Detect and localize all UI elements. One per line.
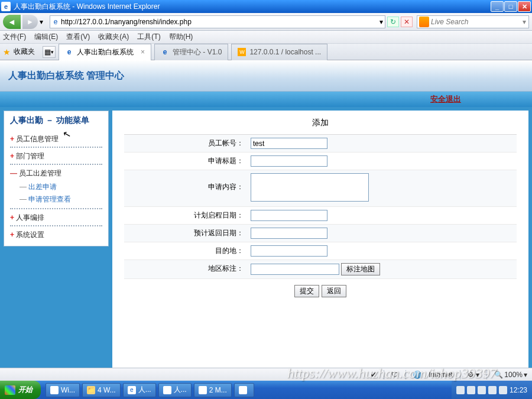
label-subject: 申请标题：: [124, 153, 248, 170]
main-panel: 添加 员工帐号： 申请标题： 申请内容： 计划启程日期： 预计返回日期：: [112, 111, 528, 376]
sidebar-item-trip-apply[interactable]: 出差申请: [20, 181, 102, 193]
form-actions: 提交 返回: [124, 279, 517, 303]
tab-active[interactable]: e 人事出勤白板系统 ×: [59, 44, 151, 60]
forward-button[interactable]: ►: [22, 15, 38, 29]
label-content: 申请内容：: [124, 170, 248, 206]
menu-help[interactable]: 帮助(H): [169, 32, 193, 42]
window-controls: _ □ ✕: [491, 1, 531, 12]
logout-link[interactable]: 安全退出: [430, 94, 461, 105]
stop-button[interactable]: ✕: [401, 17, 413, 27]
tab-inactive-1[interactable]: e 管理中心 - V1.0: [154, 44, 228, 60]
sidebar-group-trip[interactable]: —员工出差管理 出差申请 申请管理查看: [10, 164, 102, 208]
form-row-dest: 目的地：: [124, 242, 517, 260]
input-return[interactable]: [251, 228, 327, 239]
sidebar: 人事出勤 － 功能菜单 +员工信息管理 +部门管理 —员工出差管理 出差申请 申…: [4, 111, 109, 246]
protected-off-icon[interactable]: ⚙ ▾: [468, 371, 479, 379]
taskbar-item-5[interactable]: M2 M...: [194, 383, 232, 397]
tray-icon[interactable]: [488, 386, 497, 394]
menu-favorites[interactable]: 收藏夹(A): [98, 32, 129, 42]
tray-icon[interactable]: [456, 386, 465, 394]
input-subject[interactable]: [251, 155, 327, 167]
refresh-button[interactable]: ↻: [387, 17, 399, 27]
form-row-mark: 地区标注： 标注地图: [124, 260, 517, 279]
taskbar: 开始 WWi... 📁4 W... e人... P人... M2 M... P …: [0, 381, 532, 399]
address-dropdown-icon[interactable]: ▾: [378, 18, 385, 26]
sidebar-group-arrange[interactable]: +人事编排: [10, 208, 102, 225]
menu-view[interactable]: 查看(V): [66, 32, 90, 42]
zone-label: Internet: [429, 371, 453, 379]
minimize-button[interactable]: _: [491, 1, 504, 12]
tray-icon[interactable]: [467, 386, 475, 394]
input-content[interactable]: [251, 173, 369, 202]
back-button[interactable]: ◄: [3, 15, 21, 29]
taskbar-item-label: 4 W...: [98, 386, 116, 394]
minus-icon: —: [10, 169, 17, 177]
divider: [406, 370, 406, 379]
taskbar-item-label: 人...: [174, 385, 187, 395]
sidebar-group-dept[interactable]: +部门管理: [10, 147, 102, 164]
history-dropdown-icon[interactable]: ▾: [40, 18, 48, 26]
taskbar-item-2[interactable]: 📁4 W...: [82, 383, 121, 397]
tray-icon[interactable]: [499, 386, 507, 394]
zoom-value: 100%: [504, 371, 523, 379]
favorites-star-icon[interactable]: ★: [3, 47, 11, 57]
form-row-account: 员工帐号：: [124, 135, 517, 153]
start-label: 开始: [18, 385, 33, 395]
input-start[interactable]: [251, 210, 327, 221]
menu-edit[interactable]: 编辑(E): [34, 32, 58, 42]
label-mark: 地区标注：: [124, 260, 248, 278]
input-dest[interactable]: [251, 245, 327, 257]
tab-close-icon[interactable]: ×: [141, 48, 145, 56]
input-account[interactable]: [251, 138, 327, 149]
app-icon: M: [199, 386, 207, 394]
search-provider-icon: [419, 17, 429, 27]
app-icon: W: [50, 386, 59, 394]
form-title: 添加: [124, 114, 517, 135]
start-button[interactable]: 开始: [0, 381, 41, 399]
taskbar-item-6[interactable]: P: [234, 383, 254, 397]
protected-mode-icon: ✔: [371, 371, 377, 379]
sidebar-group-settings[interactable]: +系统设置: [10, 225, 102, 242]
tray-clock[interactable]: 12:23: [510, 386, 527, 394]
maximize-button[interactable]: □: [504, 1, 517, 12]
page-header-band: 人事出勤白板系统 管理中心: [0, 60, 532, 92]
address-input[interactable]: [61, 17, 378, 27]
sidebar-item-trip-manage[interactable]: 申请管理查看: [20, 193, 102, 206]
taskbar-item-1[interactable]: WWi...: [46, 383, 80, 397]
ie-icon: e: [128, 386, 136, 394]
security-icon: 🛡: [391, 371, 398, 379]
menu-tools[interactable]: 工具(T): [137, 32, 160, 42]
folder-icon: 📁: [87, 386, 95, 394]
menu-file[interactable]: 文件(F): [3, 32, 26, 42]
search-dropdown-icon[interactable]: ▾: [520, 18, 528, 26]
tab-label: 人事出勤白板系统: [77, 47, 134, 57]
system-tray[interactable]: 12:23: [452, 381, 532, 399]
submit-button[interactable]: 提交: [294, 285, 319, 297]
input-mark[interactable]: [251, 264, 339, 275]
sidebar-container: 人事出勤 － 功能菜单 +员工信息管理 +部门管理 —员工出差管理 出差申请 申…: [0, 107, 112, 379]
close-button[interactable]: ✕: [518, 1, 531, 12]
label-account: 员工帐号：: [124, 135, 248, 152]
label-dest: 目的地：: [124, 242, 248, 259]
back-button[interactable]: 返回: [322, 285, 346, 297]
taskbar-item-label: 人...: [138, 385, 151, 395]
zoom-control[interactable]: 🔍 100% ▾: [494, 371, 527, 379]
taskbar-item-3[interactable]: e人...: [123, 383, 156, 397]
tab-inactive-2[interactable]: W 127.0.0.1 / localhost ...: [231, 44, 327, 60]
sidebar-group-employee[interactable]: +员工信息管理: [10, 131, 102, 147]
app-icon: P: [163, 386, 171, 394]
label-start: 计划启程日期：: [124, 207, 248, 224]
favorites-bar-button[interactable]: ▦▾: [43, 46, 56, 58]
tray-icon[interactable]: [478, 386, 486, 394]
search-bar[interactable]: ▾: [417, 15, 529, 28]
favorites-label[interactable]: 收藏夹: [14, 47, 35, 57]
taskbar-item-4[interactable]: P人...: [158, 383, 192, 397]
form-row-subject: 申请标题：: [124, 153, 517, 170]
wamp-icon: W: [238, 48, 246, 56]
map-annotate-button[interactable]: 标注地图: [341, 263, 380, 275]
page-icon: e: [50, 18, 61, 26]
search-input[interactable]: [431, 18, 520, 26]
address-toolbar: ◄ ► ▾ e ▾ ↻ ✕ ▾: [0, 13, 532, 31]
address-bar[interactable]: e ▾: [50, 15, 385, 28]
divider: [460, 370, 460, 379]
